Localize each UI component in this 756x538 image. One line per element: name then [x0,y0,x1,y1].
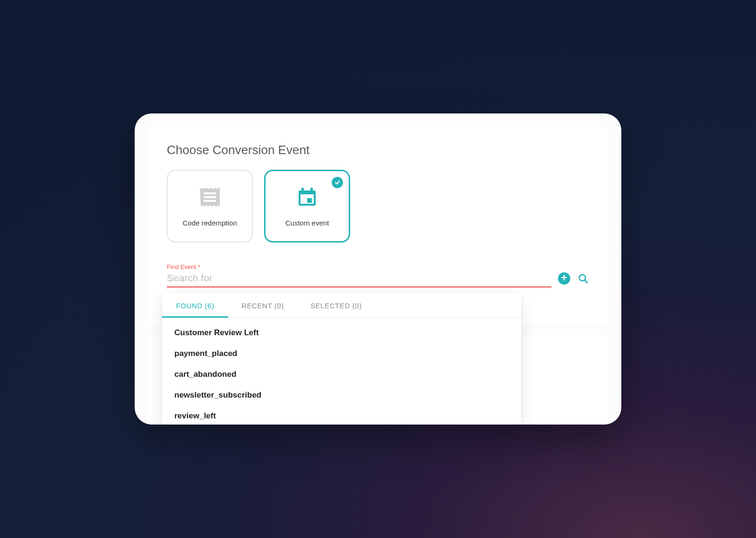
option-code-redemption[interactable]: Code redemption [167,170,253,243]
search-icon [577,273,589,286]
tab-selected[interactable]: SELECTED (0) [297,293,375,317]
list-item[interactable]: newsletter_subscribed [162,385,521,406]
svg-rect-2 [204,200,216,202]
app-card: Choose Conversion Event Code redemption [135,113,621,425]
page-title: Choose Conversion Event [167,143,589,157]
svg-rect-0 [204,192,216,194]
receipt-icon [198,186,222,210]
plus-icon [561,274,567,283]
option-label: Code redemption [182,219,237,227]
svg-rect-7 [310,188,313,192]
option-label: Custom event [285,219,329,227]
tab-recent[interactable]: RECENT (0) [228,293,297,317]
results-list: Customer Review Left payment_placed cart… [162,318,521,425]
results-dropdown: FOUND (6) RECENT (0) SELECTED (0) Custom… [162,293,521,425]
svg-rect-6 [301,188,304,192]
dropdown-tabs: FOUND (6) RECENT (0) SELECTED (0) [162,293,521,318]
event-type-options: Code redemption Custom event [167,170,589,243]
search-row: Find Event * [167,263,589,287]
find-event-field: Find Event * [167,263,551,287]
search-button[interactable] [577,273,589,286]
svg-rect-1 [204,196,216,198]
calendar-icon [296,186,318,210]
search-input[interactable] [167,271,551,287]
list-item[interactable]: cart_abandoned [162,364,521,385]
list-item[interactable]: Customer Review Left [162,322,521,343]
tab-found[interactable]: FOUND (6) [162,293,228,317]
check-icon [332,177,343,188]
add-button[interactable] [558,272,570,285]
field-label: Find Event * [167,263,551,270]
svg-rect-5 [307,198,312,203]
option-custom-event[interactable]: Custom event [264,170,350,243]
svg-line-9 [585,280,588,283]
list-item[interactable]: review_left [162,406,521,425]
list-item[interactable]: payment_placed [162,343,521,364]
